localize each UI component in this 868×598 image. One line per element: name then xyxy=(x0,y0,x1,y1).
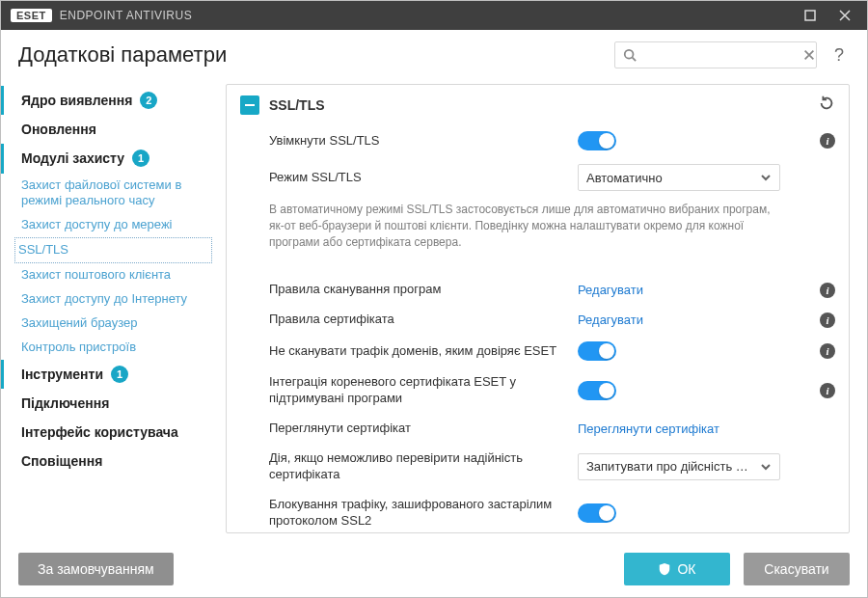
label: Увімкнути SSL/TLS xyxy=(240,133,568,150)
sidebar-item-secure-browser[interactable]: Захищений браузер xyxy=(1,312,218,336)
footer: За замовчуванням ОК Скасувати xyxy=(1,541,867,597)
select-value: Запитувати про дійсність се… xyxy=(586,459,754,474)
search-icon xyxy=(623,48,637,62)
sidebar-item-label: Захист доступу до Інтернету xyxy=(21,291,187,308)
sidebar-item-label: Ядро виявлення xyxy=(21,92,132,109)
sidebar-item-detection-core[interactable]: Ядро виявлення 2 xyxy=(1,86,218,115)
badge: 1 xyxy=(111,366,128,383)
toggle-root-cert[interactable] xyxy=(578,381,616,400)
search-box[interactable] xyxy=(614,41,817,68)
sidebar-item-protection-modules[interactable]: Модулі захисту 1 xyxy=(1,144,218,173)
top-row: Додаткові параметри ? xyxy=(1,30,867,74)
revert-icon[interactable] xyxy=(818,95,835,115)
row-ssl-mode: Режим SSL/TLS Автоматично xyxy=(240,157,835,198)
mode-note: В автоматичному режимі SSL/TLS застосову… xyxy=(240,198,780,256)
sidebar-item-device-control[interactable]: Контроль пристроїв xyxy=(1,336,218,360)
defaults-button[interactable]: За замовчуванням xyxy=(18,553,174,585)
select-untrusted-action[interactable]: Запитувати про дійсність се… xyxy=(578,453,780,480)
help-button[interactable]: ? xyxy=(828,45,850,66)
section-title: SSL/TLS xyxy=(269,97,325,113)
sidebar-item-mail-client[interactable]: Захист поштового клієнта xyxy=(1,263,218,287)
clear-search-icon[interactable] xyxy=(802,48,816,62)
sidebar-item-ssl-tls[interactable]: SSL/TLS xyxy=(14,237,212,263)
sidebar-item-label: Модулі захисту xyxy=(21,150,124,167)
sidebar-item-label: Підключення xyxy=(21,394,109,412)
page-title: Додаткові параметри xyxy=(18,42,227,68)
sidebar-item-connection[interactable]: Підключення xyxy=(1,389,218,418)
row-trusted-domains: Не сканувати трафік доменів, яким довіря… xyxy=(240,335,835,367)
row-cert-rules: Правила сертифіката Редагувати i xyxy=(240,305,835,335)
chevron-down-icon xyxy=(760,461,772,473)
link-view-cert[interactable]: Переглянути сертифікат xyxy=(578,421,719,436)
label: Інтеграція кореневого сертифіката ESET у… xyxy=(240,374,568,407)
sidebar-item-realtime-fs[interactable]: Захист файлової системи в режимі реально… xyxy=(1,174,218,214)
ok-label: ОК xyxy=(677,561,695,577)
toggle-block-ssl2[interactable] xyxy=(578,503,616,523)
sidebar: Ядро виявлення 2 Оновлення Модулі захист… xyxy=(1,80,218,541)
close-button[interactable] xyxy=(828,4,861,27)
collapse-section-button[interactable] xyxy=(240,95,259,115)
row-untrusted-cert-action: Дія, якщо неможливо перевірити надійніст… xyxy=(240,444,835,490)
sidebar-item-label: SSL/TLS xyxy=(18,242,68,258)
badge: 1 xyxy=(132,150,149,167)
link-edit-cert-rules[interactable]: Редагувати xyxy=(578,313,643,327)
link-edit-app-rules[interactable]: Редагувати xyxy=(578,283,643,297)
sidebar-item-label: Захист доступу до мережі xyxy=(21,217,172,233)
label: Правила сканування програм xyxy=(240,282,568,298)
info-icon[interactable]: i xyxy=(820,343,835,359)
shield-icon xyxy=(658,562,671,576)
info-icon[interactable]: i xyxy=(820,283,835,298)
window-controls xyxy=(794,4,861,27)
sidebar-item-update[interactable]: Оновлення xyxy=(1,115,218,144)
select-ssl-mode[interactable]: Автоматично xyxy=(578,164,780,191)
info-icon[interactable]: i xyxy=(820,383,835,398)
sidebar-item-label: Захист поштового клієнта xyxy=(21,267,171,284)
section-header: SSL/TLS xyxy=(240,95,835,115)
toggle-enable-ssl[interactable] xyxy=(578,131,616,150)
label: Правила сертифіката xyxy=(240,312,568,328)
row-enable-ssl: Увімкнути SSL/TLS i xyxy=(240,124,835,157)
sidebar-item-label: Інструменти xyxy=(21,366,103,383)
brand-text: ENDPOINT ANTIVIRUS xyxy=(60,9,192,22)
sidebar-item-internet-access[interactable]: Захист доступу до Інтернету xyxy=(1,287,218,312)
content-panel: SSL/TLS Увімкнути SSL/TLS i Режим SSL/TL… xyxy=(226,84,850,533)
search-input[interactable] xyxy=(637,47,802,64)
label: Режим SSL/TLS xyxy=(240,170,568,186)
sidebar-item-label: Захист файлової системи в режимі реально… xyxy=(21,177,206,210)
info-icon[interactable]: i xyxy=(820,313,835,328)
badge: 2 xyxy=(140,92,157,109)
maximize-button[interactable] xyxy=(794,4,827,27)
sidebar-item-label: Захищений браузер xyxy=(21,315,137,332)
titlebar: ESET ENDPOINT ANTIVIRUS xyxy=(1,1,867,30)
ok-button[interactable]: ОК xyxy=(624,553,730,585)
body: Ядро виявлення 2 Оновлення Модулі захист… xyxy=(1,74,867,541)
label: Дія, якщо неможливо перевірити надійніст… xyxy=(240,450,568,483)
svg-rect-0 xyxy=(805,11,815,20)
sidebar-item-ui[interactable]: Інтерфейс користувача xyxy=(1,418,218,447)
cancel-button[interactable]: Скасувати xyxy=(744,553,850,585)
sidebar-item-label: Оновлення xyxy=(21,121,96,138)
label: Переглянути сертифікат xyxy=(240,421,568,437)
sidebar-item-label: Сповіщення xyxy=(21,452,102,470)
sidebar-item-network-access[interactable]: Захист доступу до мережі xyxy=(1,213,218,237)
sidebar-item-tools[interactable]: Інструменти 1 xyxy=(1,360,218,389)
brand: ESET ENDPOINT ANTIVIRUS xyxy=(11,9,192,22)
row-view-cert: Переглянути сертифікат Переглянути серти… xyxy=(240,414,835,444)
sidebar-item-notifications[interactable]: Сповіщення xyxy=(1,447,218,476)
label: Блокування трафіку, зашифрованого застар… xyxy=(240,497,568,530)
toggle-trusted-domains[interactable] xyxy=(578,341,616,361)
row-root-cert-integration: Інтеграція кореневого сертифіката ESET у… xyxy=(240,367,835,414)
select-value: Автоматично xyxy=(586,171,663,185)
sidebar-item-label: Інтерфейс користувача xyxy=(21,423,178,441)
sidebar-item-label: Контроль пристроїв xyxy=(21,340,136,356)
chevron-down-icon xyxy=(760,172,772,183)
brand-badge: ESET xyxy=(11,9,52,22)
label: Не сканувати трафік доменів, яким довіря… xyxy=(240,343,568,360)
row-app-scan-rules: Правила сканування програм Редагувати i xyxy=(240,275,835,305)
svg-point-1 xyxy=(625,50,634,59)
info-icon[interactable]: i xyxy=(820,133,835,149)
row-block-ssl2: Блокування трафіку, зашифрованого застар… xyxy=(240,490,835,533)
